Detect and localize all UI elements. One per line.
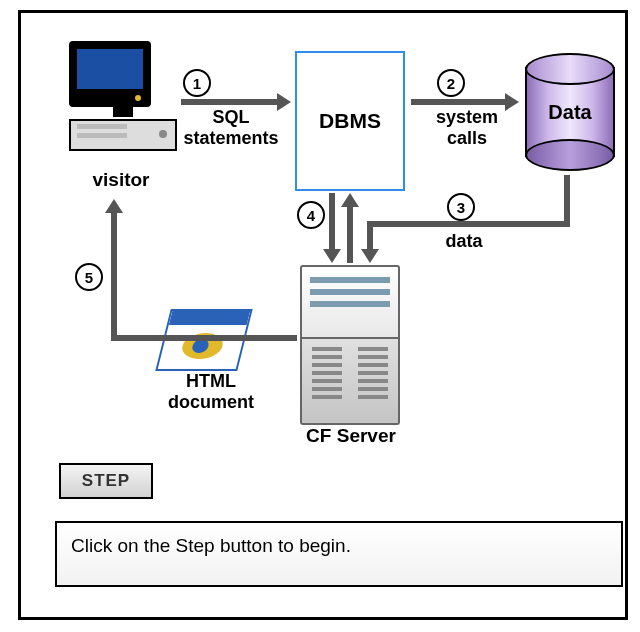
arrow-3-seg1 [564, 175, 570, 225]
arrow-3-seg3 [367, 221, 373, 251]
arrow-1 [181, 99, 279, 105]
instruction-box: Click on the Step button to begin. [55, 521, 623, 587]
step-5-num: 5 [75, 263, 103, 291]
cf-server-label: CF Server [291, 425, 411, 447]
arrow-4-down [329, 193, 335, 251]
arrow-1-label: SQLstatements [171, 107, 291, 148]
arrow-2 [411, 99, 507, 105]
arrow-2-label: systemcalls [417, 107, 517, 148]
step-button[interactable]: STEP [59, 463, 153, 499]
arrow-3-seg2 [367, 221, 570, 227]
cf-server-icon [300, 265, 400, 421]
visitor-label: visitor [79, 169, 163, 191]
step-1-num: 1 [183, 69, 211, 97]
arrow-5-seg2 [111, 211, 117, 339]
step-4-num: 4 [297, 201, 325, 229]
dbms-box: DBMS [295, 51, 405, 191]
data-cylinder-icon: Data [525, 53, 615, 171]
arrow-3-label: data [429, 231, 499, 252]
arrow-5-seg1 [111, 335, 297, 341]
dbms-label: DBMS [319, 109, 381, 133]
visitor-computer-icon [69, 41, 177, 151]
arrow-4-up [347, 205, 353, 263]
step-2-num: 2 [437, 69, 465, 97]
data-label: Data [525, 101, 615, 124]
instruction-text: Click on the Step button to begin. [71, 535, 351, 556]
step-3-num: 3 [447, 193, 475, 221]
html-doc-label: HTMLdocument [161, 371, 261, 412]
diagram-frame: visitor DBMS Data CF Server HTMLdocument… [18, 10, 628, 620]
